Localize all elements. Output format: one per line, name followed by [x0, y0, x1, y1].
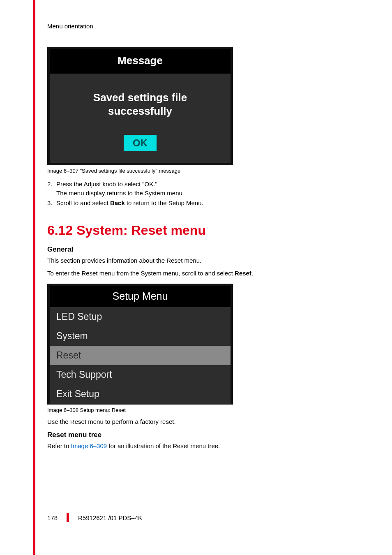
dialog-body-text: Saved settings file successfully	[54, 91, 226, 118]
para-general-2-bold: Reset	[235, 270, 251, 277]
page-number: 178	[47, 514, 58, 521]
setup-menu-item-tech-support[interactable]: Tech Support	[50, 365, 231, 384]
footer-separator	[67, 513, 69, 522]
setup-menu-item-system[interactable]: System	[50, 326, 231, 346]
step-3-bold: Back	[110, 199, 125, 206]
dialog-body-line1: Saved settings file	[93, 91, 187, 104]
subheading-reset-menu-tree: Reset menu tree	[47, 431, 364, 439]
figure-saved-settings-message: Message Saved settings file successfully…	[47, 47, 233, 174]
section-header: Menu orientation	[47, 23, 364, 30]
figure-setup-menu-reset: Setup Menu LED SetupSystemResetTech Supp…	[47, 284, 233, 413]
setup-menu-item-exit-setup[interactable]: Exit Setup	[50, 384, 231, 404]
para-general-2-post: .	[251, 270, 253, 277]
setup-menu-item-led-setup[interactable]: LED Setup	[50, 307, 231, 326]
step-2-number: 2.	[47, 180, 56, 198]
para-rmt-pre: Refer to	[47, 442, 71, 449]
left-accent-bar	[33, 0, 35, 555]
step-2-line1: Press the Adjust knob to select "OK."	[56, 180, 364, 189]
setup-menu-list: LED SetupSystemResetTech SupportExit Set…	[50, 307, 231, 404]
para-rmt-post: for an illustration of the Reset menu tr…	[107, 442, 220, 449]
para-general-2-pre: To enter the Reset menu from the System …	[47, 270, 235, 277]
para-reset-menu-tree: Refer to Image 6–309 for an illustration…	[47, 442, 364, 451]
step-3-number: 3.	[47, 199, 56, 208]
setup-menu-title: Setup Menu	[50, 286, 231, 307]
para-general-2: To enter the Reset menu from the System …	[47, 269, 364, 278]
ok-button[interactable]: OK	[124, 135, 157, 151]
dialog-title: Message	[50, 49, 231, 74]
step-2-line2: The menu display returns to the System m…	[56, 189, 364, 198]
link-image-6-309[interactable]: Image 6–309	[71, 442, 107, 449]
section-heading-6-12: 6.12 System: Reset menu	[47, 223, 364, 238]
step-2: 2. Press the Adjust knob to select "OK."…	[47, 180, 364, 198]
para-general-1: This section provides information about …	[47, 256, 364, 266]
figure-caption-307: Image 6–307 "Saved settings file success…	[47, 168, 233, 174]
step-3-pre: Scroll to and select	[56, 199, 110, 206]
dialog-body-line2: successfully	[108, 105, 172, 117]
page-footer: 178 R5912621 /01 PDS–4K	[47, 513, 142, 522]
step-3-post: to return to the Setup Menu.	[125, 199, 203, 206]
document-id: R5912621 /01 PDS–4K	[78, 514, 142, 521]
setup-menu-item-reset[interactable]: Reset	[50, 346, 231, 365]
subheading-general: General	[47, 245, 364, 254]
figure-caption-308: Image 6–308 Setup menu: Reset	[47, 407, 233, 413]
step-3: 3. Scroll to and select Back to return t…	[47, 199, 364, 208]
para-after-308: Use the Reset menu to perform a factory …	[47, 417, 364, 427]
